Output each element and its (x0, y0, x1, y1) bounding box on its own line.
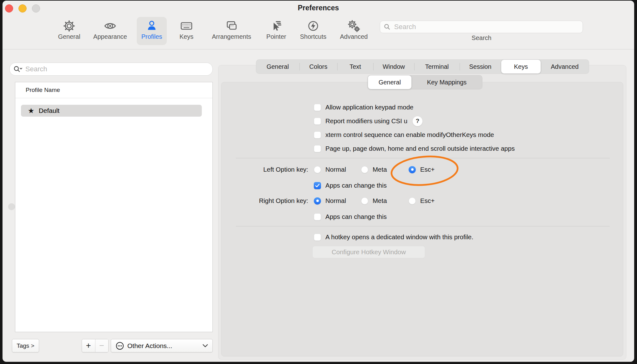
chevron-down-icon (202, 344, 208, 347)
tab-text[interactable]: Text (337, 59, 373, 74)
toolbar-search-caption: Search (442, 34, 521, 42)
configure-hotkey-window-button[interactable]: Configure Hotkey Window (312, 246, 425, 258)
radio[interactable] (314, 166, 321, 173)
toolbar-divider (3, 49, 634, 49)
tab-advanced[interactable]: Advanced (541, 59, 589, 74)
radio[interactable] (361, 197, 368, 205)
toolbar-item-advanced[interactable]: Advanced (337, 17, 371, 45)
subtab-label: Key Mappings (427, 79, 467, 86)
preferences-window: Preferences General Appearance Profiles (3, 1, 634, 362)
gears-icon (347, 19, 360, 33)
left-option-normal[interactable]: Normal (314, 164, 346, 175)
toolbar-label: Profiles (141, 33, 162, 40)
toolbar-item-profiles[interactable]: Profiles (137, 17, 167, 45)
toolbar-item-shortcuts[interactable]: Shortcuts (296, 17, 330, 45)
profile-tabs: General Colors Text Window Terminal Sess… (256, 59, 589, 74)
help-button[interactable]: ? (412, 116, 423, 126)
toolbar-item-arrangements[interactable]: Arrangements (210, 17, 253, 45)
checkbox-label: xterm control sequence can enable modify… (325, 131, 494, 139)
lightning-icon (307, 19, 320, 33)
check-icon (315, 184, 320, 188)
add-remove-group: + − (82, 339, 109, 352)
tab-colors[interactable]: Colors (299, 59, 337, 74)
radio-selected[interactable] (409, 166, 416, 173)
toolbar-label: Advanced (340, 33, 368, 40)
profile-row-default[interactable]: ★ Default (21, 105, 202, 117)
checkbox-label: Apps can change this (325, 213, 387, 220)
checkbox[interactable] (314, 213, 321, 220)
checkbox-row-keypad[interactable]: Allow application keypad mode (314, 102, 413, 113)
toolbar-label: General (58, 33, 80, 40)
toolbar-search-input[interactable] (394, 23, 579, 31)
add-profile-button[interactable]: + (82, 339, 95, 352)
left-option-meta[interactable]: Meta (361, 164, 387, 175)
person-icon (145, 19, 158, 33)
toolbar-item-general[interactable]: General (55, 17, 83, 45)
tab-session[interactable]: Session (460, 59, 501, 74)
profile-search-field[interactable] (9, 63, 213, 76)
tab-label: Colors (309, 63, 328, 70)
screenshot-stage: Preferences General Appearance Profiles (0, 0, 637, 364)
tab-general[interactable]: General (256, 59, 299, 74)
tab-keys[interactable]: Keys (501, 60, 541, 73)
toolbar-search-field[interactable] (380, 21, 583, 33)
checkbox[interactable] (314, 131, 321, 139)
tab-label: Keys (514, 63, 528, 70)
radio[interactable] (409, 197, 416, 205)
tags-button[interactable]: Tags > (12, 339, 39, 352)
checkbox[interactable] (314, 104, 321, 111)
radio-selected[interactable] (314, 197, 321, 205)
radio[interactable] (361, 166, 368, 173)
checkbox-row-csi-u[interactable]: Report modifiers using CSI u ? (314, 115, 423, 127)
remove-profile-button[interactable]: − (95, 339, 109, 352)
right-option-esc[interactable]: Esc+ (409, 195, 435, 206)
other-actions-label: Other Actions... (127, 342, 200, 350)
profile-search-input[interactable] (25, 65, 209, 73)
hotkey-checkbox-row[interactable]: A hotkey opens a dedicated window with t… (314, 231, 473, 243)
window-edge-dot (8, 203, 15, 210)
radio-label: Esc+ (420, 197, 435, 205)
radio-label: Esc+ (420, 166, 435, 173)
toolbar-item-pointer[interactable]: Pointer (262, 17, 290, 45)
tab-terminal[interactable]: Terminal (414, 59, 460, 74)
right-apps-can-change-row[interactable]: Apps can change this (314, 211, 387, 222)
subtab-general[interactable]: General (368, 75, 411, 89)
subtab-key-mappings[interactable]: Key Mappings (412, 75, 482, 89)
left-option-key-label: Left Option key: (221, 166, 308, 173)
configure-hotkey-window-label: Configure Hotkey Window (332, 248, 406, 256)
tab-separator (299, 63, 300, 70)
checkbox[interactable] (314, 118, 321, 125)
tab-label: Window (383, 63, 405, 70)
tab-label: Text (349, 63, 361, 70)
windows-icon (225, 19, 238, 33)
search-icon (384, 23, 390, 30)
checkbox-label: A hotkey opens a dedicated window with t… (325, 233, 473, 241)
checkbox-row-modifyotherkeys[interactable]: xterm control sequence can enable modify… (314, 129, 494, 140)
left-option-esc[interactable]: Esc+ (409, 164, 435, 175)
right-option-key-label: Right Option key: (221, 197, 308, 205)
checkbox-checked[interactable] (314, 182, 321, 189)
toolbar-item-appearance[interactable]: Appearance (91, 17, 129, 45)
eye-icon (104, 19, 117, 33)
toolbar-item-keys[interactable]: Keys (176, 17, 197, 45)
right-option-normal[interactable]: Normal (314, 195, 346, 206)
tab-window[interactable]: Window (373, 59, 414, 74)
radio-label: Normal (325, 197, 346, 205)
circle-ellipsis-icon (115, 341, 124, 350)
checkbox-label: Allow application keypad mode (325, 104, 413, 111)
other-actions-dropdown[interactable]: Other Actions... (111, 339, 213, 352)
checkbox[interactable] (314, 234, 321, 241)
checkbox-label: Page up, page down, home and end scroll … (325, 145, 515, 152)
left-apps-can-change-row[interactable]: Apps can change this (314, 180, 387, 191)
tab-label: Advanced (551, 63, 579, 70)
radio-label: Meta (373, 197, 387, 205)
toolbar-label: Arrangements (212, 33, 251, 40)
checkbox[interactable] (314, 145, 321, 152)
toolbar-label: Keys (180, 33, 193, 40)
minus-icon: − (99, 341, 104, 351)
window-title: Preferences (3, 4, 634, 12)
section-divider (236, 158, 610, 158)
right-option-meta[interactable]: Meta (361, 195, 387, 206)
tab-label: Terminal (425, 63, 449, 70)
checkbox-row-scroll-outside[interactable]: Page up, page down, home and end scroll … (314, 143, 515, 154)
